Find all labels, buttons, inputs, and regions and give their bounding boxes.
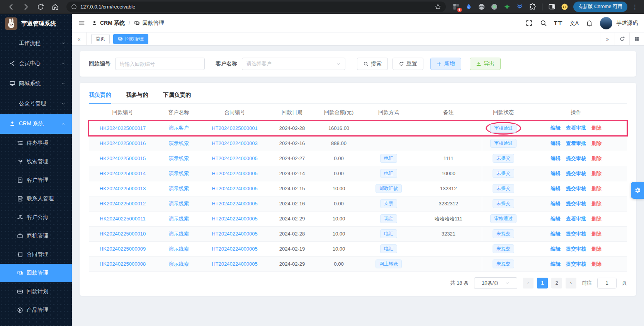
search-icon[interactable] [540,19,547,27]
extensions-puzzle-icon[interactable] [529,3,536,10]
action-edit-link[interactable]: 编辑 [551,246,561,252]
bookmark-star-icon[interactable] [435,3,441,10]
extension-drop-icon[interactable] [465,3,472,10]
action-edit-link[interactable]: 编辑 [551,140,561,146]
action-delete-link[interactable]: 删除 [591,231,602,237]
action-view-approval-link[interactable]: 查看审批 [566,125,586,131]
action-edit-link[interactable]: 编辑 [551,201,561,207]
contract-link[interactable]: HT20240224000005 [212,155,258,161]
action-submit-review-link[interactable]: 提交审核 [566,261,586,267]
action-edit-link[interactable]: 编辑 [551,171,561,176]
action-submit-review-link[interactable]: 提交审核 [566,186,586,191]
action-delete-link[interactable]: 删除 [591,261,602,267]
layout-grid-icon[interactable] [629,32,644,45]
receivable-number-link[interactable]: HK20240225000013 [100,186,146,191]
sidebar-item-2[interactable]: 客户管理 [0,171,72,189]
receivable-number-link[interactable]: HK20240225000016 [100,140,146,146]
customer-link[interactable]: 演示线索 [169,186,189,191]
reset-button[interactable]: 重置 [393,58,423,70]
contract-link[interactable]: HT20240224000005 [212,246,258,252]
customer-link[interactable]: 演示线索 [169,140,189,146]
goto-page-input[interactable] [597,278,617,288]
contract-link[interactable]: HT20240224000005 [212,171,258,176]
action-submit-review-link[interactable]: 提交审核 [566,246,586,252]
site-info-icon[interactable] [71,4,77,10]
action-delete-link[interactable]: 删除 [591,216,602,222]
action-submit-review-link[interactable]: 提交审核 [566,155,586,161]
sidebar-item-8[interactable]: 回款计划 [0,282,72,301]
action-delete-link[interactable]: 删除 [591,186,602,191]
browser-forward-icon[interactable] [22,3,30,11]
customer-link[interactable]: 演示线索 [169,231,189,237]
browser-reload-icon[interactable] [37,3,44,11]
language-icon[interactable]: 文A [570,20,579,26]
customer-link[interactable]: 演示线索 [169,246,189,252]
action-delete-link[interactable]: 删除 [591,125,602,131]
page-button-2[interactable]: 2 [551,278,562,288]
action-edit-link[interactable]: 编辑 [551,261,561,267]
tags-scroll-right-icon[interactable]: » [600,32,615,45]
action-delete-link[interactable]: 删除 [591,155,602,161]
contract-link[interactable]: HT20240224000005 [212,216,258,222]
contract-link[interactable]: HT20240224000005 [212,201,258,207]
collapse-menu-icon[interactable] [78,19,85,27]
tag-0[interactable]: 首页 [91,34,110,44]
receivable-number-link[interactable]: HK20240225000015 [100,155,146,161]
tab-0[interactable]: 我负责的 [89,87,111,103]
sidebar-item-0[interactable]: 待办事项 [0,134,72,152]
action-edit-link[interactable]: 编辑 [551,186,561,191]
font-size-icon[interactable]: T⊤ [554,20,563,26]
username[interactable]: 芋道源码 [616,20,638,27]
address-bar[interactable]: 127.0.0.1/crm/receivable [66,2,446,12]
sidebar-group-3[interactable]: 公众号管理 [0,94,72,114]
fullscreen-icon[interactable] [525,19,533,27]
customer-select[interactable]: 请选择客户 [242,58,345,70]
breadcrumb-root[interactable]: CRM 系统 [100,20,125,27]
customer-link[interactable]: 演示线索 [169,216,189,222]
tags-refresh-icon[interactable] [615,32,629,45]
sidebar-item-4[interactable]: 客户公海 [0,208,72,227]
action-view-approval-link[interactable]: 查看审批 [566,216,586,222]
action-edit-link[interactable]: 编辑 [551,216,561,222]
extension-chevrons-icon[interactable] [516,3,523,10]
contract-link[interactable]: HT20240224000005 [212,186,258,191]
receivable-number-link[interactable]: HK20240225000014 [100,171,146,176]
tab-2[interactable]: 下属负责的 [163,87,191,103]
receivable-number-link[interactable]: HK20240225000017 [100,125,146,131]
extension-star-icon[interactable] [503,3,511,10]
sidebar-group-0[interactable]: 工作流程 [0,33,72,53]
action-edit-link[interactable]: 编辑 [551,155,561,161]
receivable-number-link[interactable]: HK20240225000010 [100,231,146,237]
action-view-approval-link[interactable]: 查看审批 [566,140,586,146]
tag-1[interactable]: 回款管理 [113,34,148,44]
next-page-button[interactable]: › [566,278,576,288]
customer-link[interactable]: 演示线索 [169,201,189,207]
browser-menu-dots-icon[interactable]: ⋮ [632,3,638,10]
receivable-number-link[interactable]: HK20240225000009 [100,246,146,252]
browser-back-icon[interactable] [7,3,15,11]
settings-drawer-button[interactable] [631,182,644,199]
notification-bell-icon[interactable] [586,19,593,27]
extension-circle-icon[interactable] [491,3,498,10]
sidebar-item-6[interactable]: 合同管理 [0,245,72,264]
profile-avatar-icon[interactable] [561,3,568,10]
side-panel-icon[interactable] [548,3,556,10]
contract-link[interactable]: HT20240225000001 [212,125,258,131]
extension-sphere-icon[interactable] [478,3,485,10]
receivable-number-link[interactable]: HK20240225000008 [100,261,146,267]
action-submit-review-link[interactable]: 提交审核 [566,171,586,176]
customer-link[interactable]: 演示客户 [169,125,189,131]
customer-link[interactable]: 演示线索 [169,155,189,161]
export-button[interactable]: 导出 [470,58,501,70]
action-submit-review-link[interactable]: 提交审核 [566,201,586,207]
chrome-update-button[interactable]: 有新版 Chrome 可用 [573,2,627,12]
customer-link[interactable]: 演示线索 [169,171,189,176]
contract-link[interactable]: HT20240224000005 [212,261,258,267]
sidebar-item-7[interactable]: 回款管理 [0,264,72,282]
user-avatar[interactable] [600,17,612,29]
action-edit-link[interactable]: 编辑 [551,231,561,237]
tags-scroll-left-icon[interactable]: « [72,32,87,45]
app-logo-row[interactable]: 芋道管理系统 [0,14,72,33]
sidebar-item-1[interactable]: 线索管理 [0,152,72,171]
sidebar-group-4[interactable]: CRM 系统 [0,114,72,134]
